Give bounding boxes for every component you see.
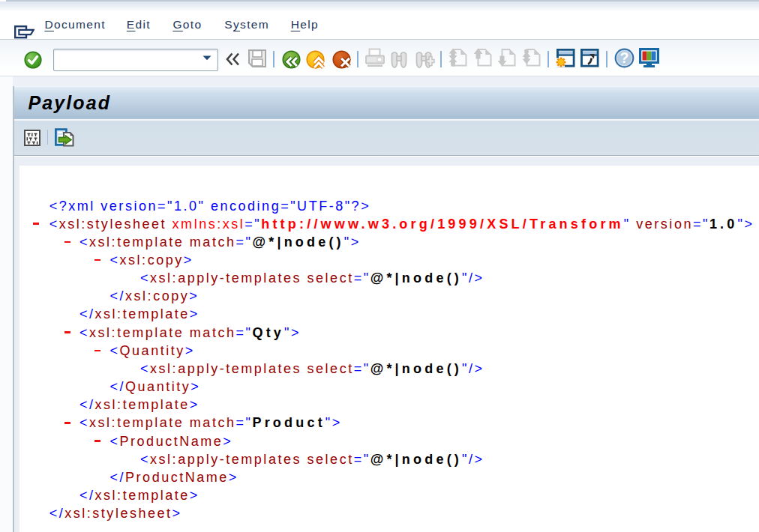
- svg-text:?: ?: [620, 49, 628, 66]
